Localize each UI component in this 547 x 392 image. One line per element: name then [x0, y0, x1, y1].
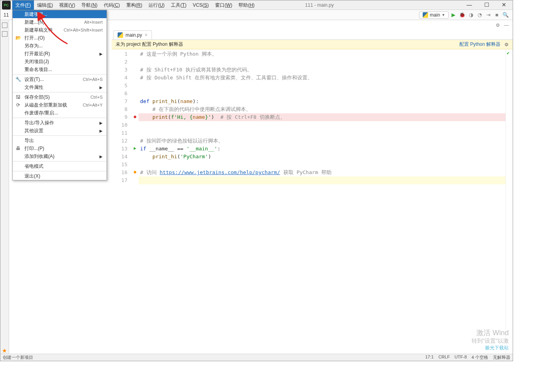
- window-controls: — ☐ ✕: [461, 0, 513, 10]
- status-cell[interactable]: 无解释器: [493, 354, 510, 360]
- editor-tabs: main.py ✕: [112, 30, 513, 40]
- menu-item[interactable]: 作废缓存/重启...: [13, 109, 107, 117]
- run-button[interactable]: ▶: [450, 11, 457, 19]
- menu-item[interactable]: ⟳从磁盘全部重新加载Ctrl+Alt+Y: [13, 101, 107, 109]
- menu-item[interactable]: 导出: [13, 137, 107, 144]
- hide-icon[interactable]: —: [504, 23, 509, 28]
- minimize-icon[interactable]: —: [461, 0, 478, 10]
- chevron-down-icon: ▼: [442, 13, 445, 17]
- notice-text: 未为 project 配置 Python 解释器: [116, 41, 183, 48]
- search-everywhere-icon[interactable]: 🔍: [502, 11, 510, 19]
- menu-item[interactable]: 🖫保存全部(S)Ctrl+S: [13, 93, 107, 101]
- menu-item[interactable]: 导出/导入操作▶: [13, 119, 107, 127]
- menu-文件[interactable]: 文件(F): [12, 0, 34, 10]
- project-tool-icon[interactable]: [2, 23, 7, 28]
- menu-窗口[interactable]: 窗口(W): [212, 0, 235, 10]
- interpreter-notice-bar: 未为 project 配置 Python 解释器 配置 Python 解释器 ⚙: [112, 40, 513, 49]
- check-icon: ✔: [506, 49, 513, 56]
- status-cell[interactable]: UTF-8: [455, 354, 467, 360]
- coverage-button[interactable]: ◑: [467, 11, 475, 19]
- menu-item[interactable]: 🖶打印...(P): [13, 144, 107, 152]
- menu-item[interactable]: 关闭项目(J): [13, 58, 107, 66]
- menu-运行[interactable]: 运行(U): [145, 0, 168, 10]
- menu-item[interactable]: 省电模式: [13, 162, 107, 170]
- menu-item[interactable]: 📂打开...(O): [13, 34, 107, 42]
- menu-bar: 文件(F)编辑(E)视图(V)导航(N)代码(C)重构(R)运行(U)工具(T)…: [12, 0, 258, 10]
- menu-item[interactable]: 新建草稿文件Ctrl+Alt+Shift+Insert: [13, 26, 107, 34]
- breadcrumb[interactable]: 11: [4, 12, 9, 18]
- favorites-tool-icon[interactable]: ★: [2, 347, 7, 354]
- menu-导航[interactable]: 导航(N): [78, 0, 101, 10]
- menu-代码[interactable]: 代码(C): [101, 0, 123, 10]
- inspection-stripe: ✔: [506, 49, 513, 354]
- title-bar: PC 文件(F)编辑(E)视图(V)导航(N)代码(C)重构(R)运行(U)工具…: [0, 0, 513, 10]
- menu-item[interactable]: 退出(X): [13, 172, 107, 180]
- code-editor[interactable]: 1234567891011121314151617 ●▶● # 这是一个示例 P…: [112, 49, 513, 354]
- tab-main-py[interactable]: main.py ✕: [113, 30, 152, 39]
- gutter-marks: ●▶●: [131, 49, 139, 354]
- status-hint: 创建一个新项目: [3, 354, 33, 360]
- stop-button[interactable]: ■: [493, 11, 501, 19]
- menu-item[interactable]: 新建...(N)Alt+Insert: [13, 18, 107, 26]
- file-menu-dropdown: 新建项目...新建...(N)Alt+Insert新建草稿文件Ctrl+Alt+…: [12, 10, 107, 180]
- menu-帮助[interactable]: 帮助(H): [235, 0, 258, 10]
- close-icon[interactable]: ✕: [495, 0, 513, 10]
- menu-item[interactable]: 文件属性▶: [13, 83, 107, 91]
- menu-VCS[interactable]: VCS(S): [189, 0, 212, 10]
- menu-视图[interactable]: 视图(V): [56, 0, 78, 10]
- configure-interpreter-link[interactable]: 配置 Python 解释器: [459, 41, 500, 48]
- menu-工具[interactable]: 工具(T): [168, 0, 189, 10]
- debug-button[interactable]: 🐞: [458, 11, 466, 19]
- gear-icon[interactable]: ⚙: [504, 42, 509, 47]
- window-title: 111 - main.py: [305, 2, 334, 8]
- menu-item[interactable]: 重命名项目...: [13, 66, 107, 73]
- python-icon: [423, 12, 428, 18]
- python-icon: [118, 32, 123, 38]
- close-tab-icon[interactable]: ✕: [144, 33, 148, 37]
- code-area[interactable]: # 这是一个示例 Python 脚本。# 按 Shift+F10 执行或将其替换…: [139, 49, 506, 354]
- menu-item[interactable]: 新建项目...: [13, 10, 107, 18]
- menu-item[interactable]: 添加到收藏(A)▶: [13, 152, 107, 160]
- menu-编辑[interactable]: 编辑(E): [34, 0, 56, 10]
- attach-button[interactable]: ⇥: [484, 11, 492, 19]
- menu-重构[interactable]: 重构(R): [123, 0, 146, 10]
- menu-item[interactable]: 另存为...: [13, 42, 107, 50]
- menu-item[interactable]: 🔧设置(T)...Ctrl+Alt+S: [13, 75, 107, 83]
- collapse-icon[interactable]: ⚙: [496, 23, 500, 28]
- status-cell[interactable]: CRLF: [438, 354, 450, 360]
- menu-item[interactable]: 打开最近(R)▶: [13, 50, 107, 58]
- menu-item[interactable]: 其他设置▶: [13, 127, 107, 135]
- profile-button[interactable]: ◔: [476, 11, 483, 19]
- status-bar: 创建一个新项目 17:1CRLFUTF-84 个空格无解释器: [0, 354, 513, 361]
- run-config-selector[interactable]: main ▼: [419, 11, 449, 19]
- maximize-icon[interactable]: ☐: [478, 0, 495, 10]
- status-cell[interactable]: 17:1: [425, 354, 433, 360]
- app-icon: PC: [2, 1, 11, 9]
- status-cell[interactable]: 4 个空格: [472, 354, 488, 360]
- left-tool-stripe: ★: [0, 20, 9, 354]
- line-numbers: 1234567891011121314151617: [112, 49, 131, 354]
- structure-tool-icon[interactable]: [2, 31, 7, 37]
